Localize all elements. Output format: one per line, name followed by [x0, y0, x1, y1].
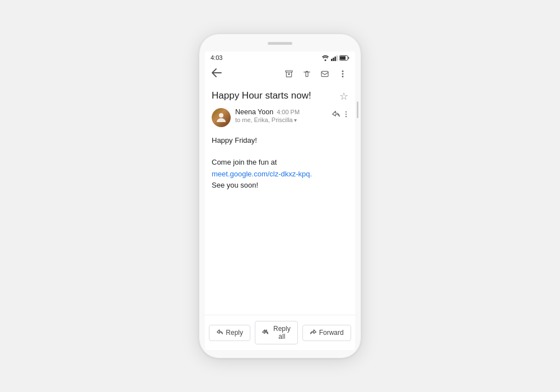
toolbar-actions — [281, 66, 351, 82]
svg-point-14 — [346, 114, 347, 115]
svg-point-9 — [342, 71, 344, 72]
reply-all-button[interactable]: Reply all — [255, 321, 298, 344]
svg-point-15 — [346, 116, 347, 117]
svg-rect-7 — [286, 71, 292, 72]
svg-rect-1 — [331, 59, 333, 61]
email-subject: Happy Hour starts now! — [212, 90, 336, 102]
reply-all-icon — [262, 329, 271, 337]
reply-all-label: Reply all — [273, 325, 291, 340]
sender-name-row: Neena Yoon 4:00 PM — [235, 108, 326, 116]
email-subject-row: Happy Hour starts now! ☆ — [205, 85, 355, 106]
more-options-button[interactable] — [344, 109, 348, 121]
mark-unread-button[interactable] — [317, 66, 333, 82]
meet-link[interactable]: meet.google.com/clz-dkxz-kpq. — [212, 170, 312, 178]
delete-button[interactable] — [299, 66, 315, 82]
email-body: Happy Friday! Come join the fun at meet.… — [205, 132, 355, 315]
status-icons — [321, 55, 349, 61]
sender-to: to me, Erika, Priscilla ▾ — [235, 116, 326, 123]
svg-point-10 — [342, 73, 344, 75]
svg-rect-2 — [333, 58, 334, 61]
battery-icon — [339, 55, 349, 61]
back-button[interactable] — [209, 66, 224, 82]
svg-rect-3 — [334, 57, 336, 61]
forward-button[interactable]: Forward — [302, 325, 351, 341]
sender-to-text: to me, Erika, Priscilla — [235, 116, 293, 123]
body-intro: Come join the fun at meet.google.com/clz… — [212, 157, 348, 192]
reply-icon — [216, 329, 223, 337]
phone-mockup: 4:03 — [199, 34, 361, 358]
svg-point-12 — [219, 113, 223, 118]
avatar-image — [212, 108, 231, 127]
phone-screen: 4:03 — [205, 52, 355, 350]
svg-point-0 — [325, 59, 326, 61]
forward-label: Forward — [319, 329, 344, 337]
more-button[interactable] — [335, 66, 351, 82]
scrollbar[interactable] — [357, 101, 358, 118]
toolbar — [205, 63, 355, 85]
quick-reply-button[interactable] — [330, 109, 342, 121]
wifi-icon — [321, 55, 329, 61]
signal-icon — [331, 55, 338, 61]
svg-point-11 — [342, 76, 344, 77]
body-greeting: Happy Friday! — [212, 135, 348, 147]
svg-rect-4 — [337, 55, 338, 61]
sender-info: Neena Yoon 4:00 PM to me, Erika, Priscil… — [235, 108, 326, 123]
reply-label: Reply — [226, 329, 243, 337]
sender-row: Neena Yoon 4:00 PM to me, Erika, Priscil… — [205, 106, 355, 132]
action-buttons: Reply Reply all Forward — [205, 315, 355, 350]
status-time: 4:03 — [211, 54, 222, 61]
svg-point-13 — [346, 111, 347, 113]
archive-button[interactable] — [281, 66, 297, 82]
status-bar: 4:03 — [205, 52, 355, 63]
forward-icon — [310, 329, 317, 337]
expand-recipients-button[interactable]: ▾ — [294, 117, 297, 123]
svg-rect-8 — [321, 71, 328, 76]
sender-actions — [330, 109, 348, 121]
svg-rect-6 — [340, 56, 346, 59]
avatar — [212, 108, 231, 127]
phone-speaker — [268, 42, 292, 45]
sender-time: 4:00 PM — [277, 109, 300, 115]
body-outro-text: See you soon! — [212, 181, 258, 189]
body-intro-text: Come join the fun at — [212, 158, 277, 166]
star-button[interactable]: ☆ — [339, 90, 348, 102]
reply-button[interactable]: Reply — [209, 325, 250, 341]
sender-name: Neena Yoon — [235, 108, 273, 116]
